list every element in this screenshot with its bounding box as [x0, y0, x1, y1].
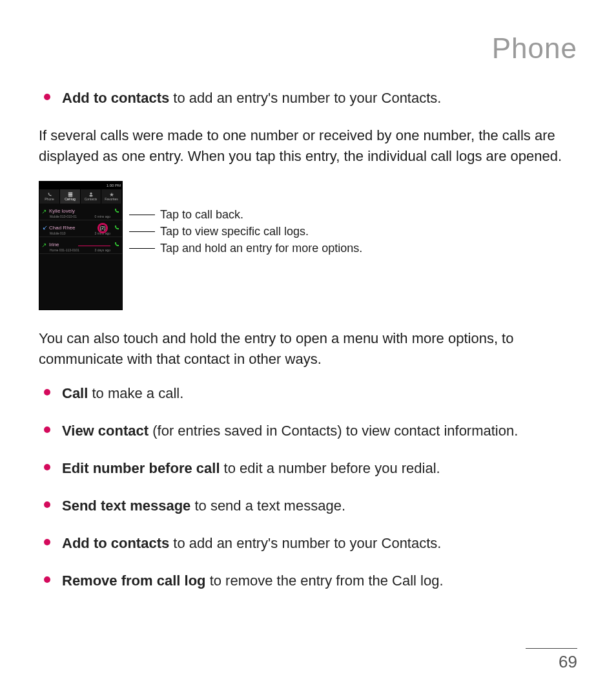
- bullet-rest: to send a text message.: [190, 498, 345, 514]
- bullet-strong: Call: [62, 385, 88, 401]
- svg-point-3: [90, 192, 92, 194]
- tab-label: Contacts: [85, 197, 98, 201]
- callout-2: Tap to view specific call logs.: [129, 224, 362, 240]
- figure-row: 1:00 PM Phone Call log Contacts Favorit: [39, 181, 577, 310]
- tab-label: Favorites: [105, 197, 118, 201]
- outgoing-icon: [42, 242, 47, 247]
- phone-icon: [46, 192, 53, 197]
- contact-sub: Mobile 010-010-01: [50, 215, 77, 218]
- bullet-strong: View contact: [62, 423, 149, 439]
- bullet-strong: Remove from call log: [62, 573, 206, 589]
- tab-label: Call log: [65, 197, 76, 201]
- tab-label: Phone: [45, 197, 54, 201]
- page-number-rule: [526, 648, 577, 649]
- contact-sub: Mobile 010: [50, 231, 65, 235]
- callout-line: [129, 248, 155, 249]
- call-icon: [114, 207, 120, 214]
- star-icon: [108, 192, 115, 197]
- callout-line-inline: [78, 246, 110, 246]
- svg-marker-5: [109, 192, 113, 196]
- svg-rect-1: [68, 194, 72, 195]
- outgoing-icon: [42, 209, 47, 214]
- contact-sub: Home 031-113-0101: [50, 248, 79, 252]
- contact-name: Kylie lovely: [49, 209, 75, 214]
- bullet-strong: Edit number before call: [62, 460, 220, 476]
- tab-favorites: Favorites: [101, 189, 122, 204]
- call-time: 3 days ago: [95, 248, 110, 252]
- bullet-add-to-contacts-top: Add to contacts to add an entry's number…: [44, 88, 577, 109]
- svg-rect-2: [68, 195, 72, 196]
- bullet-remove-from-log: Remove from call log to remove the entry…: [44, 571, 577, 591]
- incoming-icon: [42, 226, 47, 231]
- contact-name: Irine: [49, 242, 59, 247]
- status-time: 1:00 PM: [107, 184, 121, 187]
- call-time: 0 mins ago: [95, 215, 110, 218]
- callout-3: Tap and hold an entry for more options.: [129, 240, 362, 257]
- bullet-rest: (for entries saved in Contacts) to view …: [149, 423, 518, 439]
- list-icon: [67, 192, 74, 197]
- call-icon: [114, 224, 120, 231]
- screenshot-mock: 1:00 PM Phone Call log Contacts Favorit: [39, 181, 123, 310]
- bullet-rest: to add an entry's number to your Contact…: [169, 90, 441, 106]
- bullet-view-contact: View contact (for entries saved in Conta…: [44, 421, 577, 441]
- paragraph-1: If several calls were made to one number…: [39, 125, 577, 167]
- bullet-call: Call to make a call.: [44, 383, 577, 404]
- bullet-rest: to edit a number before you redial.: [220, 460, 440, 476]
- callout-text: Tap to call back.: [160, 208, 243, 222]
- bullet-edit-number: Edit number before call to edit a number…: [44, 458, 577, 479]
- callouts: Tap to call back. Tap to view specific c…: [123, 181, 362, 257]
- svg-rect-0: [68, 192, 72, 193]
- call-count-badge: (2): [99, 224, 107, 232]
- call-icon: [114, 241, 120, 247]
- callout-line: [129, 215, 155, 215]
- callout-1: Tap to call back.: [129, 207, 362, 224]
- call-log-row: Chad Rhee Mobile 010 3 mins ago (2): [39, 220, 122, 237]
- bullet-strong: Send text message: [62, 498, 190, 514]
- page-number: 69: [559, 652, 577, 672]
- bullet-strong: Add to contacts: [62, 535, 169, 551]
- bullet-add-to-contacts: Add to contacts to add an entry's number…: [44, 533, 577, 554]
- callout-text: Tap to view specific call logs.: [160, 225, 309, 238]
- svg-rect-4: [89, 195, 92, 196]
- status-bar: 1:00 PM: [39, 182, 122, 189]
- bullet-rest: to add an entry's number to your Contact…: [169, 535, 441, 551]
- bullet-rest: to remove the entry from the Call log.: [206, 573, 444, 589]
- tab-contacts: Contacts: [81, 189, 101, 204]
- bullet-rest: to make a call.: [88, 385, 183, 401]
- tab-call-log: Call log: [60, 189, 81, 204]
- bullet-strong: Add to contacts: [62, 90, 169, 106]
- call-log-row: Irine Home 031-113-0101 3 days ago: [39, 237, 122, 254]
- callout-text: Tap and hold an entry for more options.: [160, 242, 362, 255]
- call-log-row: Kylie lovely Mobile 010-010-01 0 mins ag…: [39, 204, 122, 220]
- page-title: Phone: [39, 32, 577, 65]
- tab-phone: Phone: [39, 189, 60, 204]
- tabs: Phone Call log Contacts Favorites: [39, 189, 122, 204]
- contacts-icon: [88, 192, 94, 197]
- callout-line: [129, 231, 155, 232]
- contact-name: Chad Rhee: [49, 226, 75, 231]
- paragraph-2: You can also touch and hold the entry to…: [39, 328, 577, 370]
- bullet-send-text: Send text message to send a text message…: [44, 496, 577, 516]
